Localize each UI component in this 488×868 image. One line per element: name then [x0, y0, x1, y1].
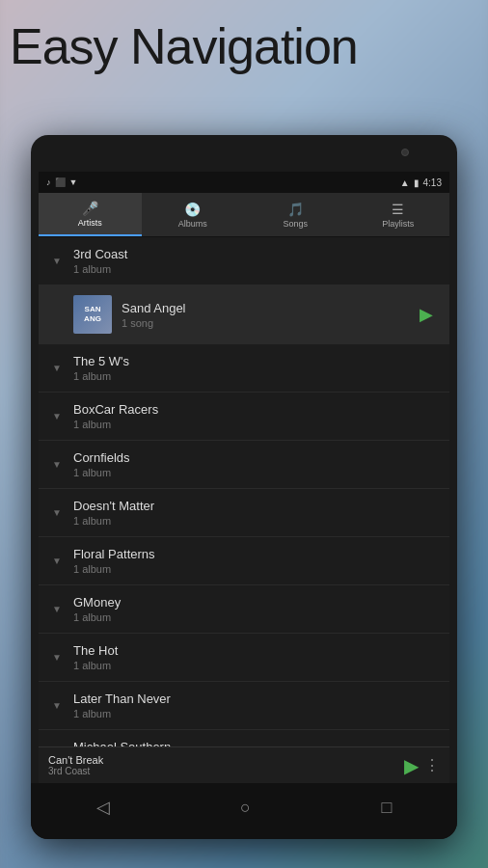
notification-icon: ⬛: [55, 177, 66, 187]
artist-name: 3rd Coast: [73, 247, 438, 261]
list-item[interactable]: ▼ The 5 W's 1 album: [39, 344, 449, 393]
wifi-icon: ▲: [400, 177, 410, 188]
tablet-frame: ♪ ⬛ ▼ ▲ ▮ 4:13 🎤 Artists 💿 Albums 🎵 S: [31, 135, 457, 839]
battery-icon: ▮: [414, 177, 420, 188]
list-item[interactable]: ▼ Doesn't Matter 1 album: [39, 489, 449, 537]
now-playing-play-button[interactable]: ▶: [404, 754, 419, 777]
artist-info: Later Than Never 1 album: [73, 692, 438, 719]
status-icons-left: ♪ ⬛ ▼: [46, 177, 77, 187]
artist-name: Doesn't Matter: [73, 499, 438, 513]
artist-sub: 1 album: [73, 419, 438, 430]
list-item[interactable]: ▼ Floral Patterns 1 album: [39, 537, 449, 585]
artists-icon: 🎤: [82, 201, 98, 216]
artist-sub: 1 album: [73, 467, 438, 478]
artist-name: BoxCar Racers: [73, 402, 438, 417]
artist-info: Doesn't Matter 1 album: [73, 499, 438, 527]
artist-info: GMoney 1 album: [73, 595, 438, 623]
artist-thumbnail: SANANG: [73, 295, 112, 334]
artist-sub: 1 album: [73, 263, 438, 275]
chevron-icon: ▼: [50, 458, 64, 472]
artist-name: The Hot: [73, 643, 438, 658]
chevron-icon: [50, 308, 64, 321]
play-button[interactable]: ▶: [415, 303, 438, 326]
status-bar: ♪ ⬛ ▼ ▲ ▮ 4:13: [39, 172, 449, 193]
artist-info: The Hot 1 album: [73, 643, 438, 671]
playlists-label: Playlists: [382, 219, 414, 229]
artist-info: Sand Angel 1 song: [122, 301, 415, 329]
list-item[interactable]: ▼ Michael Southern 1 album: [39, 730, 449, 746]
list-item[interactable]: SANANG Sand Angel 1 song ▶: [39, 285, 449, 344]
screen: ♪ ⬛ ▼ ▲ ▮ 4:13 🎤 Artists 💿 Albums 🎵 S: [39, 172, 449, 783]
tab-albums[interactable]: 💿 Albums: [142, 193, 245, 236]
tab-bar: 🎤 Artists 💿 Albums 🎵 Songs ☰ Playlists: [39, 193, 449, 237]
list-item[interactable]: ▼ The Hot 1 album: [39, 634, 449, 682]
back-button[interactable]: ◁: [81, 789, 125, 826]
artist-name: Cornfields: [73, 450, 438, 465]
playlists-icon: ☰: [392, 202, 404, 217]
artist-sub: 1 album: [73, 611, 438, 623]
songs-label: Songs: [283, 219, 308, 229]
chevron-icon: ▼: [50, 362, 64, 375]
artist-name: Later Than Never: [73, 692, 438, 706]
artist-name: Michael Southern: [73, 740, 438, 746]
artist-info: 3rd Coast 1 album: [73, 247, 438, 275]
artist-name: Sand Angel: [122, 301, 415, 315]
albums-icon: 💿: [184, 202, 201, 217]
tab-playlists[interactable]: ☰ Playlists: [347, 193, 450, 236]
chevron-icon: ▼: [50, 651, 64, 665]
home-button[interactable]: ○: [225, 790, 266, 826]
artist-sub: 1 album: [73, 370, 438, 382]
chevron-icon: ▼: [50, 506, 64, 520]
list-item[interactable]: ▼ Later Than Never 1 album: [39, 682, 449, 730]
list-item[interactable]: ▼ Cornfields 1 album: [39, 441, 449, 489]
artist-sub: 1 album: [73, 563, 438, 575]
recent-button[interactable]: □: [366, 790, 407, 826]
bottom-nav: ◁ ○ □: [31, 783, 457, 839]
tab-artists[interactable]: 🎤 Artists: [39, 193, 142, 236]
list-item[interactable]: ▼ GMoney 1 album: [39, 585, 449, 634]
artist-list: ▼ 3rd Coast 1 album SANANG Sand Angel 1 …: [39, 237, 449, 746]
artist-info: BoxCar Racers 1 album: [73, 402, 438, 430]
tab-songs[interactable]: 🎵 Songs: [244, 193, 347, 236]
music-icon: ♪: [46, 177, 51, 187]
now-playing-title: Can't Break: [48, 754, 396, 766]
artist-sub: 1 song: [122, 317, 415, 329]
now-playing-more-button[interactable]: ⋮: [424, 756, 440, 774]
chevron-icon: ▼: [50, 410, 64, 423]
chevron-icon: ▼: [50, 555, 64, 568]
now-playing-controls: ▶ ⋮: [404, 754, 440, 777]
artist-name: The 5 W's: [73, 354, 438, 368]
albums-label: Albums: [178, 219, 207, 229]
songs-icon: 🎵: [287, 202, 304, 217]
artist-info: Michael Southern 1 album: [73, 740, 438, 746]
app-title: Easy Navigation: [10, 17, 358, 75]
now-playing-info: Can't Break 3rd Coast: [48, 754, 396, 776]
now-playing-bar[interactable]: Can't Break 3rd Coast ▶ ⋮: [39, 746, 449, 783]
time-display: 4:13: [423, 177, 442, 188]
chevron-icon: ▼: [50, 603, 64, 616]
artist-info: Cornfields 1 album: [73, 450, 438, 478]
artist-name: Floral Patterns: [73, 547, 438, 561]
artist-name: GMoney: [73, 595, 438, 610]
list-item[interactable]: ▼ 3rd Coast 1 album: [39, 237, 449, 285]
artist-sub: 1 album: [73, 708, 438, 719]
list-item[interactable]: ▼ BoxCar Racers 1 album: [39, 393, 449, 441]
camera: [401, 149, 409, 156]
status-icons-right: ▲ ▮ 4:13: [400, 177, 442, 188]
artists-label: Artists: [78, 218, 102, 228]
artist-info: The 5 W's 1 album: [73, 354, 438, 382]
artist-sub: 1 album: [73, 515, 438, 527]
artist-sub: 1 album: [73, 660, 438, 671]
sync-icon: ▼: [69, 177, 78, 187]
chevron-icon: ▼: [50, 255, 64, 268]
artist-info: Floral Patterns 1 album: [73, 547, 438, 575]
chevron-icon: ▼: [50, 699, 64, 713]
now-playing-artist: 3rd Coast: [48, 766, 396, 776]
